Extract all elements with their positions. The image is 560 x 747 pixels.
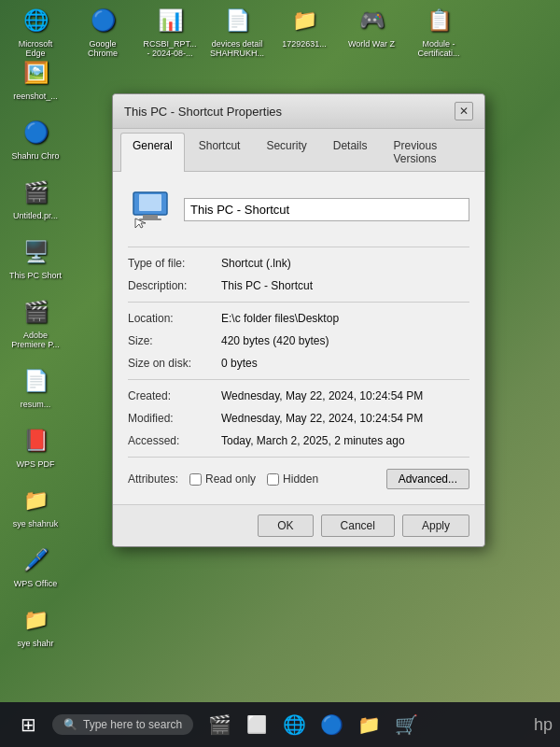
advanced-button[interactable]: Advanced... — [386, 469, 469, 489]
desktop-icon-wpspdf[interactable]: 📕 WPS PDF — [7, 424, 63, 469]
apply-button[interactable]: Apply — [402, 514, 469, 537]
desktop-icon-17292[interactable]: 📁 17292631... — [276, 4, 332, 58]
desktop-icon-shahruchrome[interactable]: 🔵 Shahru Chro — [7, 116, 63, 161]
size-on-disk-label: Size on disk: — [128, 357, 221, 370]
adobe-icon: 🎬 — [19, 295, 52, 329]
desktop-icon-screenshot[interactable]: 🖼️ reenshot_... — [7, 56, 63, 101]
file-info-grid: Type of file: Shortcut (.lnk) Descriptio… — [128, 257, 469, 292]
readonly-checkbox[interactable] — [189, 473, 202, 486]
taskbar-icon-store[interactable]: 🛒 — [391, 710, 421, 740]
size-on-disk-value: 0 bytes — [221, 357, 469, 370]
desktop-icon-module[interactable]: 📋 Module - Certificati... — [411, 4, 467, 58]
hidden-checkbox-label[interactable]: Hidden — [267, 472, 318, 486]
type-label: Type of file: — [128, 257, 221, 270]
location-value: E:\c folder files\Desktop — [221, 312, 469, 325]
devices-icon: 📄 — [220, 4, 254, 37]
close-button[interactable]: ✕ — [455, 102, 473, 120]
file-icon — [128, 187, 173, 232]
file-header — [128, 187, 469, 232]
thispc-icon: 🖥️ — [19, 235, 52, 269]
chrome-icon: 🔵 — [86, 4, 119, 37]
taskbar-icons: 🎬 ⬜ 🌐 🔵 📁 🛒 — [204, 710, 421, 740]
svg-rect-1 — [139, 194, 161, 211]
taskbar-icon-chrome[interactable]: 🔵 — [316, 710, 346, 740]
readonly-checkbox-label[interactable]: Read only — [189, 472, 256, 486]
desktop-icon-chrome[interactable]: 🔵 Google Chrome — [75, 4, 131, 58]
hidden-checkbox[interactable] — [267, 473, 279, 486]
divider-1 — [128, 247, 469, 247]
taskbar-icon-edge[interactable]: 🌐 — [279, 710, 309, 740]
untitled-icon: 🎬 — [19, 176, 52, 209]
type-value: Shortcut (.lnk) — [221, 257, 469, 270]
shahru-chrome-icon: 🔵 — [19, 116, 52, 149]
created-label: Created: — [128, 389, 221, 402]
attributes-label: Attributes: — [128, 472, 178, 486]
desktop-icon-adobe[interactable]: 🎬 Adobe Premiere P... — [7, 295, 63, 349]
screenshot-icon: 🖼️ — [19, 56, 52, 90]
desktop-icon-edge[interactable]: 🌐 Microsoft Edge — [7, 4, 63, 58]
cancel-button[interactable]: Cancel — [321, 514, 395, 537]
game-icon: 🎮 — [355, 4, 388, 37]
desktop-icon-thispc[interactable]: 🖥️ This PC Short — [7, 235, 63, 280]
edge-icon: 🌐 — [19, 4, 52, 37]
description-value: This PC - Shortcut — [221, 279, 469, 292]
location-label: Location: — [128, 312, 221, 325]
tab-general[interactable]: General — [120, 133, 185, 172]
resume-icon: 📄 — [19, 364, 52, 398]
desktop-icon-rcsbi[interactable]: 📊 RCSBI_RPT... - 2024-08-... — [142, 4, 198, 58]
attributes-row: Attributes: Read only Hidden Advanced... — [128, 469, 469, 489]
modified-value: Wednesday, May 22, 2024, 10:24:54 PM — [221, 412, 469, 425]
divider-3 — [128, 379, 469, 380]
taskbar-hp-logo: hp — [534, 715, 553, 735]
sye2-icon: 📁 — [19, 603, 52, 637]
folder-icon: 📁 — [287, 4, 321, 37]
tab-security[interactable]: Security — [254, 133, 318, 171]
search-label: Type here to search — [83, 718, 182, 731]
divider-2 — [128, 302, 469, 303]
accessed-label: Accessed: — [128, 434, 221, 447]
ok-button[interactable]: OK — [258, 514, 313, 537]
tab-previous-versions[interactable]: Previous Versions — [381, 133, 477, 171]
taskbar: ⊞ 🔍 Type here to search 🎬 ⬜ 🌐 🔵 📁 🛒 hp — [0, 702, 560, 747]
desktop-icon-devices[interactable]: 📄 devices detail SHAHRUKH... — [209, 4, 265, 58]
taskbar-icon-window[interactable]: ⬜ — [242, 710, 272, 740]
created-value: Wednesday, May 22, 2024, 10:24:54 PM — [221, 389, 469, 402]
windows-start-button[interactable]: ⊞ — [7, 708, 49, 741]
file-name-input[interactable] — [184, 198, 469, 221]
readonly-label: Read only — [205, 472, 256, 486]
wpsoffice-icon: 🖊️ — [19, 543, 52, 577]
hidden-label: Hidden — [283, 472, 318, 486]
rcsbi-icon: 📊 — [153, 4, 187, 37]
properties-dialog: This PC - Shortcut Properties ✕ General … — [112, 93, 485, 547]
dialog-content: Type of file: Shortcut (.lnk) Descriptio… — [113, 172, 484, 504]
desktop-icon-wpsoffice[interactable]: 🖊️ WPS Office — [7, 543, 63, 588]
tab-details[interactable]: Details — [321, 133, 380, 171]
module-icon: 📋 — [422, 4, 455, 37]
desktop-icon-sye1[interactable]: 📁 sye shahruk — [7, 484, 63, 529]
tab-shortcut[interactable]: Shortcut — [187, 133, 253, 171]
desktop: 🌐 Microsoft Edge 🔵 Google Chrome 📊 RCSBI… — [0, 0, 560, 747]
svg-rect-2 — [143, 215, 158, 218]
sye1-icon: 📁 — [19, 484, 52, 517]
desktop-icon-untitled[interactable]: 🎬 Untitled.pr... — [7, 176, 63, 220]
taskbar-icon-film[interactable]: 🎬 — [204, 710, 234, 740]
desktop-icon-sye2[interactable]: 📁 sye shahr — [7, 603, 63, 648]
desktop-icons-top: 🌐 Microsoft Edge 🔵 Google Chrome 📊 RCSBI… — [0, 0, 560, 62]
dialog-tabs: General Shortcut Security Details Previo… — [113, 129, 484, 172]
dialog-titlebar: This PC - Shortcut Properties ✕ — [113, 94, 484, 129]
modified-label: Modified: — [128, 412, 221, 425]
pc-shortcut-svg — [130, 189, 171, 230]
svg-rect-3 — [139, 218, 161, 220]
description-label: Description: — [128, 279, 221, 292]
desktop-icon-wwz[interactable]: 🎮 World War Z — [343, 4, 399, 58]
taskbar-icon-folder[interactable]: 📁 — [354, 710, 384, 740]
dialog-footer: OK Cancel Apply — [113, 504, 484, 546]
desktop-icons-left: 🖼️ reenshot_... 🔵 Shahru Chro 🎬 Untitled… — [7, 56, 63, 648]
dialog-title: This PC - Shortcut Properties — [124, 105, 282, 119]
search-icon: 🔍 — [63, 718, 77, 731]
desktop-icon-resume[interactable]: 📄 resum... — [7, 364, 63, 409]
dates-grid: Created: Wednesday, May 22, 2024, 10:24:… — [128, 389, 469, 447]
accessed-value: Today, March 2, 2025, 2 minutes ago — [221, 434, 469, 447]
taskbar-search-bar[interactable]: 🔍 Type here to search — [52, 714, 193, 735]
divider-4 — [128, 457, 469, 458]
